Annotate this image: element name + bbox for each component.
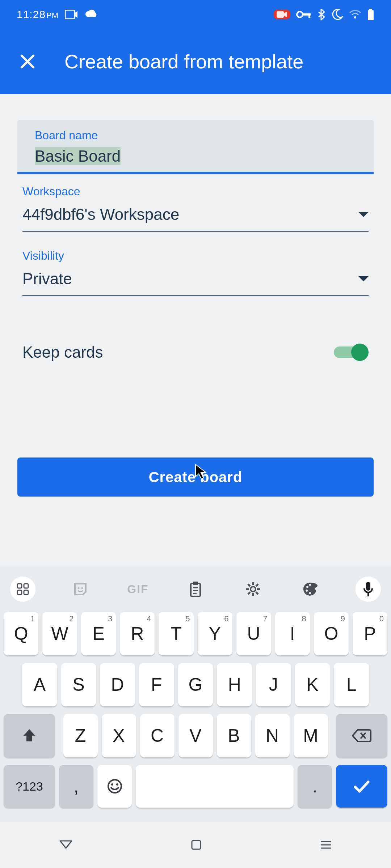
key-p[interactable]: P0 bbox=[353, 612, 387, 655]
page-title: Create board from template bbox=[64, 50, 303, 73]
shift-icon bbox=[22, 728, 37, 744]
key-i[interactable]: I8 bbox=[275, 612, 310, 655]
svg-rect-7 bbox=[368, 10, 374, 20]
svg-rect-14 bbox=[191, 583, 200, 596]
key-q[interactable]: Q1 bbox=[4, 612, 38, 655]
key-numbers[interactable]: ?123 bbox=[4, 765, 55, 808]
key-comma[interactable]: , bbox=[59, 765, 93, 808]
settings-button[interactable] bbox=[240, 576, 266, 602]
key-a[interactable]: A bbox=[22, 663, 57, 706]
svg-rect-0 bbox=[65, 10, 75, 19]
workspace-dropdown[interactable]: 44f9dbf6's Workspace bbox=[22, 205, 369, 232]
svg-rect-6 bbox=[369, 9, 372, 10]
grid-icon bbox=[16, 582, 30, 596]
keyboard-apps-button[interactable] bbox=[10, 576, 35, 602]
key-y[interactable]: Y6 bbox=[198, 612, 232, 655]
key-g[interactable]: G bbox=[178, 663, 213, 706]
key-s[interactable]: S bbox=[61, 663, 96, 706]
key-b[interactable]: B bbox=[217, 714, 251, 757]
key-period[interactable]: . bbox=[298, 765, 332, 808]
palette-icon bbox=[302, 580, 319, 598]
svg-point-5 bbox=[354, 16, 356, 18]
key-x[interactable]: X bbox=[102, 714, 136, 757]
visibility-value: Private bbox=[22, 270, 72, 288]
key-r[interactable]: R4 bbox=[120, 612, 155, 655]
keyboard-row-4: ?123 , . bbox=[4, 765, 387, 808]
key-enter[interactable] bbox=[336, 765, 387, 808]
key-space[interactable] bbox=[136, 765, 294, 808]
key-w[interactable]: W2 bbox=[42, 612, 77, 655]
wifi-icon bbox=[349, 10, 361, 19]
sticker-button[interactable] bbox=[68, 576, 93, 602]
keep-cards-label: Keep cards bbox=[22, 343, 103, 361]
key-f[interactable]: F bbox=[139, 663, 174, 706]
key-m[interactable]: M bbox=[294, 714, 328, 757]
gear-icon bbox=[245, 581, 261, 597]
key-l[interactable]: L bbox=[334, 663, 369, 706]
workspace-label: Workspace bbox=[22, 185, 369, 198]
bluetooth-icon bbox=[317, 8, 325, 21]
keep-cards-row: Keep cards bbox=[17, 343, 374, 361]
svg-point-19 bbox=[251, 587, 256, 592]
svg-point-36 bbox=[116, 783, 118, 786]
svg-point-12 bbox=[78, 587, 80, 589]
board-name-input[interactable]: Basic Board bbox=[35, 147, 121, 165]
keyboard: GIF Q1 W2 E3 R4 T5 Y6 U7 I8 O9 P0 A S bbox=[0, 566, 391, 822]
gif-button[interactable]: GIF bbox=[125, 576, 151, 602]
key-n[interactable]: N bbox=[255, 714, 290, 757]
svg-line-24 bbox=[248, 584, 250, 586]
status-bar: 11:28PM bbox=[0, 0, 391, 29]
key-u[interactable]: U7 bbox=[236, 612, 271, 655]
backspace-icon bbox=[352, 728, 371, 743]
svg-line-25 bbox=[256, 592, 258, 594]
keyboard-row-2: A S D F G H J K L bbox=[4, 663, 387, 706]
visibility-field: Visibility Private bbox=[17, 249, 374, 296]
chevron-down-icon bbox=[358, 212, 369, 217]
keep-cards-toggle[interactable] bbox=[332, 343, 369, 361]
key-k[interactable]: K bbox=[295, 663, 330, 706]
mic-button[interactable] bbox=[356, 576, 381, 602]
key-o[interactable]: O9 bbox=[314, 612, 349, 655]
key-e[interactable]: E3 bbox=[81, 612, 116, 655]
visibility-dropdown[interactable]: Private bbox=[22, 270, 369, 296]
system-nav-bar bbox=[0, 822, 391, 868]
cloud-icon bbox=[84, 9, 99, 20]
svg-point-35 bbox=[111, 783, 113, 786]
svg-point-34 bbox=[108, 780, 121, 793]
nav-back-button[interactable] bbox=[59, 839, 73, 850]
nav-home-button[interactable] bbox=[190, 839, 202, 851]
svg-rect-37 bbox=[192, 841, 201, 849]
battery-icon bbox=[367, 9, 374, 20]
svg-point-2 bbox=[297, 12, 303, 17]
moon-icon bbox=[331, 8, 343, 21]
svg-rect-9 bbox=[24, 584, 28, 588]
key-h[interactable]: H bbox=[217, 663, 252, 706]
nav-recents-button[interactable] bbox=[319, 840, 332, 850]
key-shift[interactable] bbox=[4, 714, 55, 757]
clipboard-button[interactable] bbox=[183, 576, 208, 602]
key-backspace[interactable] bbox=[336, 714, 387, 757]
close-button[interactable] bbox=[17, 51, 38, 72]
keyboard-toolbar: GIF bbox=[0, 573, 391, 612]
sticker-icon bbox=[72, 581, 89, 597]
camera-icon bbox=[65, 10, 78, 19]
key-v[interactable]: V bbox=[178, 714, 213, 757]
theme-button[interactable] bbox=[298, 576, 323, 602]
svg-rect-8 bbox=[17, 584, 22, 588]
app-bar: Create board from template bbox=[0, 29, 391, 94]
key-d[interactable]: D bbox=[100, 663, 135, 706]
key-c[interactable]: C bbox=[140, 714, 175, 757]
workspace-value: 44f9dbf6's Workspace bbox=[22, 205, 179, 224]
svg-rect-4 bbox=[308, 13, 310, 18]
mic-icon bbox=[363, 581, 374, 597]
emoji-icon bbox=[107, 778, 123, 794]
key-t[interactable]: T5 bbox=[159, 612, 193, 655]
key-z[interactable]: Z bbox=[63, 714, 98, 757]
workspace-field: Workspace 44f9dbf6's Workspace bbox=[17, 185, 374, 232]
board-name-field[interactable]: Board name Basic Board bbox=[17, 120, 374, 174]
svg-rect-11 bbox=[24, 590, 28, 595]
key-j[interactable]: J bbox=[256, 663, 291, 706]
svg-rect-15 bbox=[193, 582, 198, 585]
svg-line-26 bbox=[256, 584, 258, 586]
key-emoji[interactable] bbox=[97, 765, 132, 808]
